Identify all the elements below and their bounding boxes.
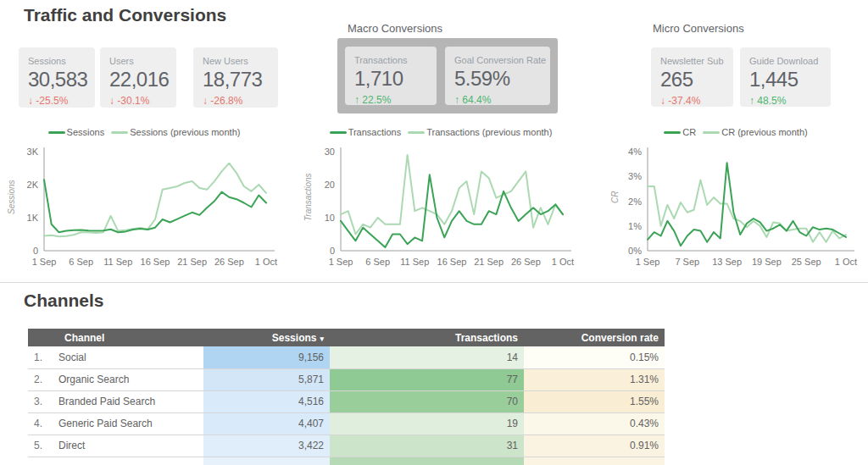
table-row: 1.Social 9,156 14 0.15% xyxy=(28,346,665,368)
page-title: Traffic and Conversions xyxy=(24,5,226,25)
conversion-rate-cell: 0.15% xyxy=(524,346,665,368)
scorecard-sessions: Sessions 30,583 ↓ -25.5% xyxy=(19,47,95,108)
transactions-chart: Transactions Transactions (previous mont… xyxy=(297,125,585,271)
scorecard-goal-conversion-rate: Goal Conversion Rate 5.59% ↑ 64.4% xyxy=(445,47,550,105)
down-arrow-icon: ↓ xyxy=(28,95,33,107)
section-divider xyxy=(0,282,868,283)
svg-text:7 Sep: 7 Sep xyxy=(675,257,699,267)
sessions-chart: Sessions Sessions (previous month) Sessi… xyxy=(0,125,288,271)
row-number: 2. xyxy=(28,374,58,385)
scorecard-newsletter-sub: Newsletter Sub 265 ↓ -37.4% xyxy=(651,47,733,107)
chart-legend: CR CR (previous month) xyxy=(604,125,868,139)
svg-text:1K: 1K xyxy=(27,213,39,223)
scorecard-guide-download: Guide Download 1,445 ↑ 48.5% xyxy=(740,47,831,107)
transactions-cell: 31 xyxy=(330,435,524,457)
scorecard-label: Newsletter Sub xyxy=(660,56,728,66)
transactions-cell: 14 xyxy=(330,346,524,368)
channel-name: Generic Paid Search xyxy=(58,418,153,429)
dashboard-page: Traffic and Conversions Sessions 30,583 … xyxy=(0,0,868,465)
row-number: 3. xyxy=(28,396,58,407)
legend-label: Transactions (previous month) xyxy=(426,127,552,137)
svg-text:1%: 1% xyxy=(628,221,642,231)
svg-text:26 Sep: 26 Sep xyxy=(511,257,541,267)
svg-text:3%: 3% xyxy=(628,171,642,181)
column-header-channel[interactable]: Channel xyxy=(28,329,203,346)
legend-label: Sessions xyxy=(67,127,105,137)
scorecard-label: Sessions xyxy=(28,56,90,66)
column-header-conversion-rate[interactable]: Conversion rate xyxy=(524,329,665,346)
transactions-cell: 19 xyxy=(330,412,524,435)
scorecard-label: Transactions xyxy=(354,55,431,65)
svg-text:6 Sep: 6 Sep xyxy=(69,257,93,267)
table-row: 3.Branded Paid Search 4,516 70 1.55% xyxy=(28,390,665,412)
svg-text:1 Oct: 1 Oct xyxy=(255,257,277,267)
channel-name: Organic Search xyxy=(58,374,129,385)
micro-conversions-title: Micro Conversions xyxy=(653,22,744,35)
scorecard-label: New Users xyxy=(203,56,273,66)
line-chart-canvas: 01K2K3K1 Sep6 Sep11 Sep16 Sep21 Sep26 Se… xyxy=(0,142,288,269)
down-arrow-icon: ↓ xyxy=(203,95,208,107)
transactions-cell xyxy=(330,457,524,465)
scorecard-users: Users 22,016 ↓ -30.1% xyxy=(100,47,176,108)
chart-legend: Sessions Sessions (previous month) xyxy=(0,125,288,139)
table-header-row: Channel Sessions▾ Transactions Conversio… xyxy=(28,329,665,346)
scorecard-value: 30,583 xyxy=(28,68,90,91)
svg-text:16 Sep: 16 Sep xyxy=(141,257,170,267)
column-header-sessions[interactable]: Sessions▾ xyxy=(203,329,330,346)
scorecard-value: 265 xyxy=(660,68,728,91)
scorecard-value: 22,016 xyxy=(109,68,171,91)
scorecard-delta: ↓ -37.4% xyxy=(660,95,728,107)
row-number: 4. xyxy=(28,418,58,429)
table-row-truncated xyxy=(28,457,665,465)
up-arrow-icon: ↑ xyxy=(354,94,359,106)
scorecard-delta: ↓ -30.1% xyxy=(109,95,171,107)
transactions-cell: 77 xyxy=(330,368,524,390)
sessions-cell: 4,407 xyxy=(203,412,330,435)
scorecard-value: 5.59% xyxy=(454,67,545,91)
svg-text:1 Sep: 1 Sep xyxy=(636,257,660,267)
svg-text:1 Sep: 1 Sep xyxy=(329,257,353,267)
svg-text:1 Oct: 1 Oct xyxy=(835,257,857,267)
column-header-transactions[interactable]: Transactions xyxy=(330,329,524,346)
legend-label: CR (previous month) xyxy=(721,127,807,137)
svg-text:20: 20 xyxy=(325,180,335,190)
channels-table: Channel Sessions▾ Transactions Conversio… xyxy=(28,329,665,465)
series-swatch xyxy=(703,131,720,134)
conversion-rate-cell: 1.55% xyxy=(524,390,665,412)
svg-text:13 Sep: 13 Sep xyxy=(712,257,742,267)
svg-text:11 Sep: 11 Sep xyxy=(400,257,429,267)
legend-label: Transactions xyxy=(348,127,402,137)
svg-text:21 Sep: 21 Sep xyxy=(474,257,504,267)
series-swatch xyxy=(408,131,425,134)
conversion-rate-cell: 0.43% xyxy=(524,412,665,435)
series-swatch xyxy=(48,131,65,134)
scorecard-label: Users xyxy=(109,56,171,66)
svg-text:0: 0 xyxy=(33,246,38,256)
table-row: 5.Direct 3,422 31 0.91% xyxy=(28,435,665,457)
legend-label: CR xyxy=(682,127,696,137)
svg-text:10: 10 xyxy=(325,213,335,223)
macro-conversions-title: Macro Conversions xyxy=(348,22,442,35)
scorecard-transactions: Transactions 1,710 ↑ 22.5% xyxy=(345,47,437,105)
down-arrow-icon: ↓ xyxy=(660,95,665,107)
svg-text:2K: 2K xyxy=(27,180,39,190)
svg-text:26 Sep: 26 Sep xyxy=(214,257,244,267)
table-row: 4.Generic Paid Search 4,407 19 0.43% xyxy=(28,412,665,435)
svg-text:6 Sep: 6 Sep xyxy=(365,257,390,267)
sessions-cell: 4,516 xyxy=(203,390,330,412)
conversion-rate-cell: 0.91% xyxy=(524,435,665,457)
channels-section-title: Channels xyxy=(24,291,104,311)
sessions-cell: 3,422 xyxy=(203,435,330,457)
svg-text:19 Sep: 19 Sep xyxy=(752,257,782,267)
channel-name: Direct xyxy=(58,440,85,451)
macro-conversions-group: Transactions 1,710 ↑ 22.5% Goal Conversi… xyxy=(337,38,558,113)
scorecard-delta: ↑ 64.4% xyxy=(454,94,545,106)
svg-text:4%: 4% xyxy=(628,147,642,157)
chart-legend: Transactions Transactions (previous mont… xyxy=(297,125,585,139)
svg-text:1 Oct: 1 Oct xyxy=(552,257,574,267)
svg-text:21 Sep: 21 Sep xyxy=(177,257,207,267)
table-row: 2.Organic Search 5,871 77 1.31% xyxy=(28,368,665,390)
down-arrow-icon: ↓ xyxy=(109,95,114,107)
sort-descending-icon: ▾ xyxy=(320,335,324,343)
channel-name: Branded Paid Search xyxy=(58,396,155,407)
